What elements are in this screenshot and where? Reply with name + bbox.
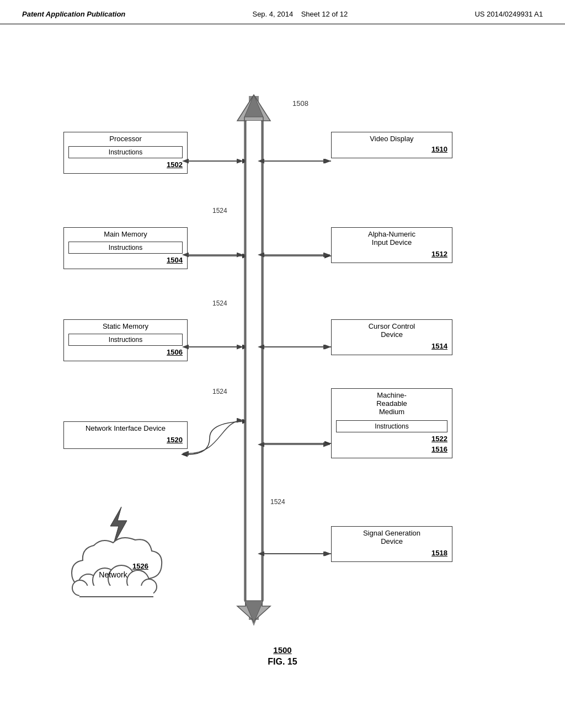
figure-label: FIG. 15 — [227, 657, 338, 667]
svg-marker-2 — [246, 603, 262, 625]
network-number: 1526 — [132, 562, 148, 570]
header-sheet: Sheet 12 of 12 — [301, 10, 348, 18]
svg-marker-15 — [237, 121, 270, 621]
machine-readable-inner-number: 1522 — [332, 433, 452, 444]
machine-readable-number: 1516 — [332, 444, 452, 456]
signal-generation-label: Signal GenerationDevice — [332, 527, 452, 548]
network-label: Network — [86, 570, 141, 579]
cursor-control-box: Cursor ControlDevice 1514 — [331, 319, 452, 355]
svg-marker-20 — [244, 601, 263, 623]
machine-readable-label: Machine-ReadableMedium — [332, 389, 452, 418]
signal-generation-number: 1518 — [332, 548, 452, 559]
svg-text:1524: 1524 — [270, 498, 285, 506]
video-display-box: Video Display 1510 — [331, 132, 452, 158]
svg-marker-14 — [237, 95, 270, 606]
svg-marker-0 — [246, 96, 262, 121]
svg-text:1508: 1508 — [292, 99, 308, 108]
alpha-numeric-number: 1512 — [332, 249, 452, 260]
network-interface-box: Network Interface Device 1520 — [63, 421, 188, 449]
processor-label: Processor — [64, 132, 187, 144]
signal-generation-box: Signal GenerationDevice 1518 — [331, 526, 452, 562]
alpha-numeric-box: Alpha-NumericInput Device 1512 — [331, 227, 452, 263]
alpha-numeric-label: Alpha-NumericInput Device — [332, 228, 452, 249]
processor-instructions: Instructions — [68, 146, 183, 158]
figure-title-number: 1500 — [227, 645, 338, 655]
main-memory-instructions: Instructions — [68, 242, 183, 254]
svg-text:1524: 1524 — [212, 388, 227, 395]
svg-text:1524: 1524 — [212, 299, 227, 307]
cursor-control-label: Cursor ControlDevice — [332, 320, 452, 341]
figure-caption: 1500 FIG. 15 — [227, 645, 338, 667]
processor-number: 1502 — [64, 159, 187, 171]
header: Patent Application Publication Sep. 4, 2… — [0, 0, 565, 24]
main-memory-number: 1504 — [64, 255, 187, 266]
header-left: Patent Application Publication — [22, 10, 125, 18]
cursor-control-number: 1514 — [332, 341, 452, 352]
main-memory-label: Main Memory — [64, 228, 187, 239]
svg-text:1524: 1524 — [212, 207, 227, 215]
header-center: Sep. 4, 2014 Sheet 12 of 12 — [252, 10, 348, 18]
main-memory-box: Main Memory Instructions 1504 — [63, 227, 188, 269]
svg-marker-19 — [244, 95, 263, 117]
static-memory-instructions: Instructions — [68, 334, 183, 346]
machine-readable-box: Machine-ReadableMedium Instructions 1522… — [331, 388, 452, 458]
network-interface-label: Network Interface Device — [64, 422, 187, 435]
svg-rect-43 — [79, 586, 153, 597]
video-display-label: Video Display — [332, 132, 452, 144]
static-memory-number: 1506 — [64, 347, 187, 358]
network-interface-number: 1520 — [64, 435, 187, 446]
svg-rect-16 — [247, 121, 261, 606]
header-right: US 2014/0249931 A1 — [475, 10, 543, 18]
video-display-number: 1510 — [332, 144, 452, 156]
machine-readable-instructions: Instructions — [336, 420, 447, 432]
diagram-area: 1524 1524 1524 1524 1508 Processor Instr… — [0, 24, 565, 697]
processor-box: Processor Instructions 1502 — [63, 132, 188, 174]
static-memory-box: Static Memory Instructions 1506 — [63, 319, 188, 361]
static-memory-label: Static Memory — [64, 320, 187, 331]
header-date: Sep. 4, 2014 — [252, 10, 293, 18]
